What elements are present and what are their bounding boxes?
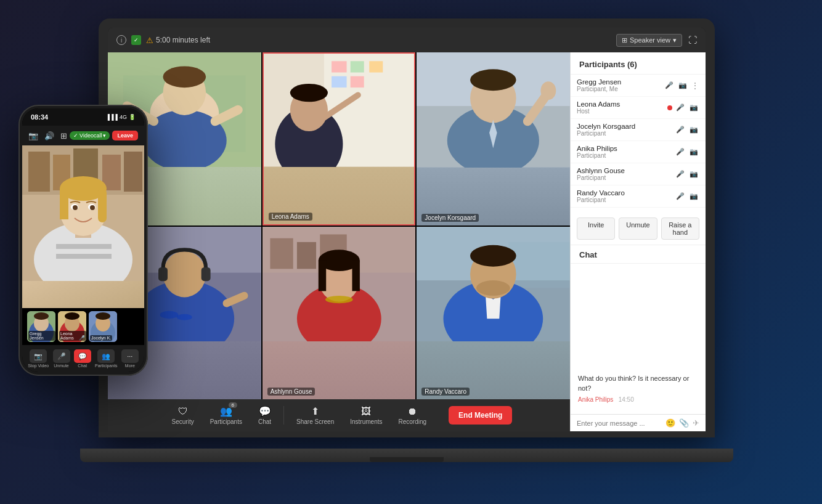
- chat-message-text: What do you think? Is it necessary or no…: [578, 374, 698, 393]
- participant-role-leona: Host: [577, 108, 667, 115]
- unmute-phone-button[interactable]: 🎤 Unmute: [53, 349, 70, 368]
- phone-thumb-leona: Leona Adams 🎤: [58, 311, 86, 342]
- svg-rect-65: [56, 254, 112, 259]
- phone-nav-icons: 📷 🔊 ⊞: [28, 131, 67, 140]
- leave-button[interactable]: Leave: [112, 131, 138, 140]
- svg-point-78: [34, 312, 49, 320]
- participant-role-anika: Participant: [577, 152, 675, 159]
- video-toolbar: 🛡 Security 👥 6 Participants: [108, 399, 570, 431]
- participant-name-anika: Anika Philips: [577, 145, 675, 152]
- recording-button[interactable]: ⏺ Recording: [392, 404, 433, 428]
- svg-rect-13: [332, 76, 346, 87]
- svg-point-25: [541, 81, 556, 100]
- mic-icon-jocelyn: 🎤: [675, 124, 686, 136]
- instruments-button[interactable]: 🖼 Instruments: [344, 404, 388, 428]
- svg-rect-46: [352, 260, 359, 291]
- video-icon-gregg: 📷: [677, 80, 688, 91]
- video-cell-3: Jocelyn Korsgaard: [417, 52, 570, 226]
- svg-rect-12: [369, 61, 383, 72]
- stop-video-icon: 📷: [30, 349, 47, 363]
- participants-count-badge: 6: [229, 402, 237, 408]
- recording-icon: ⏺: [407, 406, 417, 417]
- sidebar-action-buttons: Invite Unmute Raise a hand: [571, 213, 706, 245]
- send-icon[interactable]: ✈: [693, 418, 699, 428]
- instruments-label: Instruments: [350, 418, 382, 425]
- video-topbar: i ✓ ⚠ 5:00 minutes left ⊞ Speaker view: [108, 28, 706, 52]
- more-phone-button[interactable]: ··· More: [121, 349, 139, 368]
- warning-icon: ⚠: [146, 36, 153, 45]
- participant-item-anika: Anika Philips Participant 🎤 📷: [571, 141, 706, 163]
- chat-message-time: 14:50: [619, 396, 634, 403]
- participant-item-ashlynn: Ashlynn Gouse Participant 🎤 📷: [571, 163, 706, 185]
- security-button[interactable]: 🛡 Security: [166, 404, 200, 428]
- info-icon[interactable]: i: [116, 35, 126, 45]
- mic-icon-leona: 🎤: [675, 102, 686, 113]
- svg-point-86: [96, 312, 110, 320]
- chat-label: Chat: [258, 418, 271, 425]
- more-options-gregg[interactable]: ⋮: [691, 81, 699, 91]
- emoji-icon[interactable]: 🙂: [665, 418, 675, 428]
- participant-item-randy: Randy Vaccaro Participant 🎤 📷: [571, 185, 706, 208]
- chat-input[interactable]: [577, 420, 662, 427]
- video-grid-area: Leona Adams: [108, 52, 570, 431]
- chat-phone-label: Chat: [78, 364, 87, 368]
- video-cell-6: Randy Vaccaro: [417, 227, 570, 400]
- svg-point-32: [163, 251, 206, 297]
- video-icon-leona: 📷: [688, 102, 699, 113]
- svg-rect-50: [509, 242, 570, 288]
- mic-icon-ashlynn: 🎤: [675, 169, 686, 180]
- video-icon-jocelyn: 📷: [688, 124, 699, 136]
- cell-label-2: Leona Adams: [269, 213, 312, 221]
- phone-device: 08:34 ▐▐▐ 4G 🔋 📷 🔊 ⊞ ✓ Videocall ▾: [18, 105, 148, 376]
- invite-button[interactable]: Invite: [577, 217, 615, 240]
- video-grid: Leona Adams: [108, 52, 570, 399]
- svg-rect-69: [60, 189, 68, 219]
- participant-item-jocelyn: Jocelyn Korsgaard Participant 🎤 📷: [571, 119, 706, 141]
- chat-icon: 💬: [259, 405, 271, 417]
- chat-input-area: 🙂 📎 ✈: [571, 414, 706, 431]
- participants-phone-button[interactable]: 👥 Participants: [95, 349, 118, 368]
- video-icon-ashlynn: 📷: [688, 169, 699, 180]
- videocall-badge: ✓ Videocall ▾: [70, 131, 110, 140]
- fullscreen-button[interactable]: ⛶: [688, 35, 697, 45]
- stop-video-label: Stop Video: [28, 364, 49, 368]
- laptop-base: [80, 449, 733, 462]
- svg-point-54: [476, 280, 510, 296]
- phone-thumb-gregg: Gregg Jensen: [27, 311, 55, 342]
- camera-nav-icon[interactable]: 📷: [28, 131, 38, 140]
- more-phone-label: More: [125, 364, 135, 368]
- grid-icon: ⊞: [622, 36, 627, 44]
- warning-area: ⚠ 5:00 minutes left: [146, 36, 210, 45]
- raise-hand-button[interactable]: Raise a hand: [661, 217, 699, 240]
- end-meeting-button[interactable]: End Meeting: [449, 406, 512, 425]
- participant-name-jocelyn: Jocelyn Korsgaard: [577, 123, 675, 130]
- cell-label-6: Randy Vaccaro: [421, 388, 470, 396]
- signal-icon: ▐▐▐: [106, 114, 118, 120]
- participant-name-ashlynn: Ashlynn Gouse: [577, 167, 675, 174]
- attachment-icon[interactable]: 📎: [679, 418, 689, 428]
- chat-button[interactable]: 💬 Chat: [252, 403, 277, 428]
- right-sidebar: Participants (6) Gregg Jensen Participan…: [570, 52, 706, 431]
- phone-main-video: [22, 145, 144, 308]
- mic-indicator-leona: 🎤: [79, 335, 85, 341]
- audio-nav-icon[interactable]: 🔊: [44, 131, 54, 140]
- speaker-view-button[interactable]: ⊞ Speaker view: [616, 34, 682, 47]
- participant-item-leona: Leona Adams Host 🎤 📷: [571, 97, 706, 119]
- chat-phone-button[interactable]: 💬 Chat: [74, 349, 91, 368]
- laptop-device: i ✓ ⚠ 5:00 minutes left ⊞ Speaker view: [99, 18, 715, 462]
- more-phone-icon: ···: [121, 349, 139, 363]
- grid-nav-icon[interactable]: ⊞: [60, 131, 67, 140]
- phone-time: 08:34: [31, 113, 48, 121]
- svg-point-5: [163, 66, 206, 87]
- unmute-button[interactable]: Unmute: [619, 217, 657, 240]
- stop-video-button[interactable]: 📷 Stop Video: [28, 349, 49, 368]
- chat-message: What do you think? Is it necessary or no…: [578, 374, 698, 404]
- cell-label-3: Jocelyn Korsgaard: [421, 214, 479, 222]
- share-screen-button[interactable]: ⬆ Share Screen: [290, 403, 340, 428]
- security-label: Security: [172, 418, 194, 425]
- laptop-body: i ✓ ⚠ 5:00 minutes left ⊞ Speaker view: [99, 18, 715, 437]
- participants-button[interactable]: 👥 6 Participants: [204, 403, 248, 428]
- svg-point-23: [470, 69, 516, 91]
- participant-name-leona: Leona Adams: [577, 100, 667, 108]
- participant-role-jocelyn: Participant: [577, 130, 675, 137]
